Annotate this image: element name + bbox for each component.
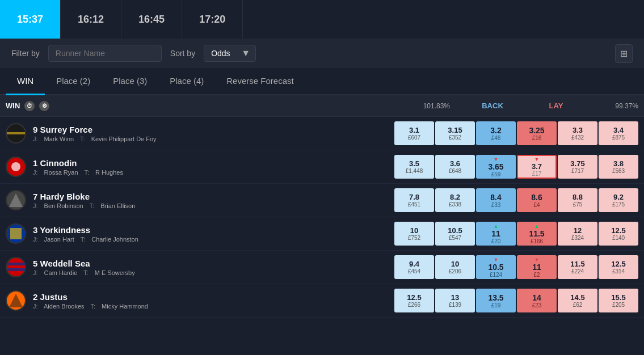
back-main-cell[interactable]: ▼ 10.5 £124 <box>476 255 516 279</box>
back1-cell[interactable]: 8.2 £338 <box>435 188 475 212</box>
back-main-cell[interactable]: ▲ 11 £20 <box>476 222 516 246</box>
back2-cell[interactable]: 12.5 £266 <box>394 289 434 312</box>
lay1-cell[interactable]: 14.5 £62 <box>558 289 597 312</box>
time-tab-1[interactable]: 16:12 <box>61 0 121 39</box>
tab-win[interactable]: WIN <box>6 68 45 95</box>
lay2-cell[interactable]: 3.4 £875 <box>599 121 638 145</box>
runner-info: 2 Justus J: Aiden Brookes T: Micky Hammo… <box>33 292 394 310</box>
back2-price: 9.4 <box>409 260 419 268</box>
runner-info: 5 Weddell Sea J: Cam Hardie T: M E Sower… <box>33 259 394 276</box>
runner-details: J: Mark Winn T: Kevin Philippart De Foy <box>33 136 394 142</box>
lay1-cell[interactable]: 3.3 £432 <box>558 121 597 145</box>
lay-header: LAY <box>525 102 587 110</box>
runner-name: 7 Hardy Bloke <box>33 192 394 201</box>
jockey-label: J: Rossa Ryan <box>33 169 78 176</box>
lay2-vol: £205 <box>612 302 625 308</box>
time-tab-2[interactable]: 16:45 <box>121 0 182 39</box>
lay-main-cell[interactable]: ▼ 3.7 £17 <box>517 155 557 179</box>
lay2-vol: £875 <box>612 134 625 141</box>
lay2-price: 12.5 <box>611 260 625 268</box>
runner-icon <box>6 223 26 244</box>
runner-icon <box>6 257 26 277</box>
back2-cell[interactable]: 3.5 £1,448 <box>394 155 434 179</box>
lay-main-vol: £2 <box>533 272 540 278</box>
lay2-cell[interactable]: 9.2 £175 <box>599 188 638 212</box>
trainer-label: T: Brian Ellison <box>90 202 136 209</box>
sort-select[interactable]: Odds Name Number <box>204 45 256 62</box>
lay2-price: 3.8 <box>613 159 624 168</box>
odds-group: 12.5 £266 13 £139 13.5 £19 14 £23 14.5 £… <box>394 289 638 312</box>
lay1-vol: £717 <box>571 168 584 174</box>
back2-price: 10 <box>410 226 418 235</box>
runner-details: J: Aiden Brookes T: Micky Hammond <box>33 303 394 310</box>
back-main-vol: £19 <box>491 302 501 308</box>
back-main-cell[interactable]: 13.5 £19 <box>476 289 516 312</box>
arrow-down-icon: ▼ <box>534 157 540 162</box>
lay2-cell[interactable]: 15.5 £205 <box>599 289 638 312</box>
back-main-cell[interactable]: 3.2 £46 <box>476 121 516 145</box>
tab-reverse-forecast[interactable]: Reverse Forecast <box>215 68 305 95</box>
runner-name: 1 Cinnodin <box>33 158 394 168</box>
lay1-price: 11.5 <box>570 260 584 268</box>
back1-cell[interactable]: 3.6 £648 <box>435 155 475 179</box>
trainer-label: T: Kevin Philippart De Foy <box>80 136 157 142</box>
runner-row: 1 Cinnodin J: Rossa Ryan T: R Hughes 3.5… <box>0 150 644 184</box>
lay-main-cell[interactable]: 8.6 £4 <box>517 188 557 212</box>
back1-vol: £206 <box>449 268 461 274</box>
lay-main-cell[interactable]: 14 £23 <box>517 289 557 312</box>
runner-row: 9 Surrey Force J: Mark Winn T: Kevin Phi… <box>0 117 644 150</box>
lay-main-cell[interactable]: ▼ 11 £2 <box>517 255 557 279</box>
lay1-cell[interactable]: 3.75 £717 <box>558 155 597 179</box>
back1-cell[interactable]: 10 £206 <box>435 255 475 279</box>
runner-details: J: Rossa Ryan T: R Hughes <box>33 169 394 176</box>
tab-place2[interactable]: Place (2) <box>45 68 102 95</box>
percent1: 101.83% <box>423 102 450 110</box>
lay-main-cell[interactable]: ▲ 11.5 £166 <box>517 222 557 246</box>
runner-name-input[interactable] <box>48 45 162 62</box>
back-main-price: 13.5 <box>488 293 503 302</box>
lay1-cell[interactable]: 12 £324 <box>558 222 597 246</box>
lay2-cell[interactable]: 12.5 £140 <box>599 222 638 246</box>
tab-place3[interactable]: Place (3) <box>102 68 158 95</box>
lay-main-price: 8.6 <box>531 193 542 202</box>
back1-cell[interactable]: 3.15 £352 <box>435 121 475 145</box>
lay2-cell[interactable]: 3.8 £563 <box>599 155 638 179</box>
lay1-price: 14.5 <box>570 293 584 302</box>
back2-cell[interactable]: 7.8 £451 <box>394 188 434 212</box>
lay1-cell[interactable]: 11.5 £224 <box>558 255 597 279</box>
back-header: BACK <box>461 102 524 110</box>
lay-main-cell[interactable]: 3.25 £16 <box>517 121 557 145</box>
back1-price: 3.6 <box>450 159 460 168</box>
lay2-vol: £140 <box>612 235 625 241</box>
runner-info: 7 Hardy Bloke J: Ben Robinson T: Brian E… <box>33 192 394 209</box>
back1-cell[interactable]: 13 £139 <box>435 289 475 312</box>
lay2-price: 9.2 <box>613 193 624 201</box>
back-main-cell[interactable]: 8.4 £33 <box>476 188 516 212</box>
settings-icon[interactable]: ⚙ <box>39 101 49 111</box>
time-tab-0[interactable]: 15:37 <box>0 0 61 39</box>
back-main-cell[interactable]: ▼ 3.65 £59 <box>476 155 516 179</box>
time-tabs: 15:37 16:12 16:45 17:20 <box>0 0 644 39</box>
svg-rect-7 <box>10 228 22 239</box>
back-main-vol: £124 <box>490 272 502 278</box>
back1-cell[interactable]: 10.5 £547 <box>435 222 475 246</box>
back1-price: 13 <box>451 293 459 302</box>
lay1-vol: £224 <box>571 268 584 274</box>
back2-cell[interactable]: 3.1 £607 <box>394 121 434 145</box>
back2-cell[interactable]: 9.4 £454 <box>394 255 434 279</box>
back2-cell[interactable]: 10 £752 <box>394 222 434 246</box>
sort-wrapper: Odds Name Number ▼ <box>204 45 256 62</box>
lay1-cell[interactable]: 8.8 £75 <box>558 188 597 212</box>
time-tab-3[interactable]: 17:20 <box>182 0 243 39</box>
clock-icon[interactable]: ⏱ <box>24 101 35 111</box>
jockey-label: J: Jason Hart <box>33 236 74 243</box>
grid-icon[interactable]: ⊞ <box>615 44 633 63</box>
runner-name: 3 Yorkindness <box>33 225 394 235</box>
lay-main-vol: £16 <box>532 135 542 141</box>
runner-icon <box>6 190 26 210</box>
runner-info: 3 Yorkindness J: Jason Hart T: Charlie J… <box>33 225 394 243</box>
lay1-price: 8.8 <box>573 193 583 201</box>
lay2-price: 15.5 <box>611 293 625 302</box>
lay2-cell[interactable]: 12.5 £314 <box>599 255 638 279</box>
tab-place4[interactable]: Place (4) <box>158 68 215 95</box>
